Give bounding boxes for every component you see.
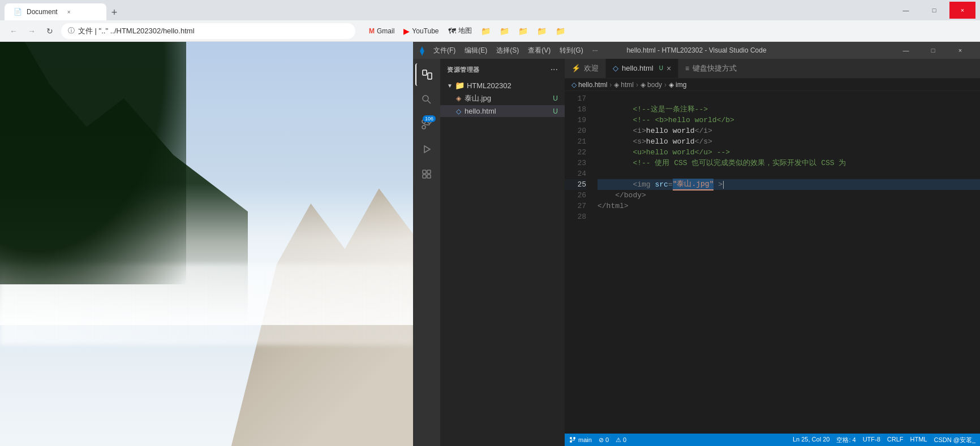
file-row-hello[interactable]: ◇ hello.html U	[440, 105, 565, 117]
bookmark-folder-3[interactable]: 📁	[516, 25, 530, 37]
file-row-taishan[interactable]: ◈ 泰山.jpg U	[440, 92, 565, 105]
vscode-container: ⧫ 文件(F) 编辑(E) 选择(S) 查看(V) 转到(G) ··· hell…	[413, 42, 980, 446]
editor-area: ⚡ 欢迎 ◇ hello.html U × ≡ 键盘快捷方式	[565, 59, 980, 446]
bookmark-gmail[interactable]: M Gmail	[367, 26, 397, 36]
svg-point-13	[570, 437, 572, 439]
file-modified-taishan: U	[553, 94, 558, 102]
html-icon: ◇	[613, 64, 618, 72]
close-button[interactable]: ×	[949, 2, 975, 19]
breadcrumb-sep-2: ›	[636, 81, 638, 89]
bookmark-maps[interactable]: 🗺 地图	[446, 25, 474, 37]
svg-marker-8	[424, 146, 430, 153]
vscode-maximize[interactable]: □	[920, 42, 946, 59]
breadcrumb-img[interactable]: ◈img	[669, 81, 686, 89]
folder-name: HTML202302	[467, 81, 512, 90]
vscode-close[interactable]: ×	[947, 42, 973, 59]
maps-icon: 🗺	[448, 27, 456, 36]
bookmark-folder-1[interactable]: 📁	[479, 25, 493, 37]
code-line-17	[598, 93, 980, 104]
activity-git[interactable]: 106	[415, 113, 438, 136]
url-box[interactable]: ⓘ 文件 | ".." ../HTML202302/hello.html	[61, 23, 355, 39]
folder-icon-1: 📁	[481, 27, 491, 36]
code-content[interactable]: <!--这是一条注释--> <!-- <b>hello world</b> <i…	[593, 91, 980, 434]
breadcrumb-body-icon: ◈	[641, 81, 646, 89]
file-name-taishan: 泰山.jpg	[465, 93, 491, 103]
code-tag-html-close: </html>	[598, 201, 629, 211]
code-line-22: <u>hello world</u> -->	[598, 147, 980, 158]
bookmark-folder-5[interactable]: 📁	[553, 25, 568, 37]
activity-explorer[interactable]	[415, 63, 438, 86]
new-tab-button[interactable]: +	[106, 5, 122, 20]
bookmark-youtube[interactable]: ▶ YouTube	[401, 25, 441, 37]
breadcrumb-file[interactable]: ◇hello.html	[571, 81, 607, 89]
breadcrumb-sep-3: ›	[664, 81, 667, 89]
activity-search[interactable]	[415, 88, 438, 111]
code-string-highlight: "泰山.jpg"	[673, 179, 714, 190]
code-line-19: <!-- <b>hello world</b>	[598, 115, 980, 125]
vscode-icon: ⧫	[420, 45, 424, 56]
tab-close-btn[interactable]: ×	[65, 7, 74, 16]
forward-button[interactable]: →	[25, 24, 38, 38]
bookmark-folder-4[interactable]: 📁	[535, 25, 549, 37]
reload-button[interactable]: ↻	[43, 24, 57, 38]
svg-rect-12	[427, 175, 431, 178]
status-language[interactable]: HTML	[910, 436, 927, 444]
folder-icon-3: 📁	[518, 27, 528, 36]
status-errors[interactable]: ⊘ 0	[599, 436, 609, 444]
git-badge: 106	[423, 115, 436, 122]
tab-hello-html[interactable]: ◇ hello.html U ×	[606, 59, 678, 78]
tab-close-html[interactable]: ×	[667, 64, 671, 73]
editor-tabs: ⚡ 欢迎 ◇ hello.html U × ≡ 键盘快捷方式	[565, 59, 980, 79]
code-line-21: <s> hello world </s>	[598, 136, 980, 147]
sidebar-title: 资源管理器	[447, 66, 480, 74]
status-encoding[interactable]: UTF-8	[863, 436, 880, 444]
status-line-ending[interactable]: CRLF	[887, 436, 904, 444]
breadcrumb-sep-1: ›	[609, 81, 612, 89]
menu-more[interactable]: ···	[588, 44, 603, 57]
svg-line-3	[428, 101, 431, 103]
maximize-button[interactable]: □	[921, 2, 947, 19]
minimize-button[interactable]: —	[893, 2, 919, 19]
menu-edit[interactable]: 编辑(E)	[460, 44, 492, 58]
code-tag-img: <img	[633, 179, 655, 190]
url-text: 文件 | ".." ../HTML202302/hello.html	[78, 26, 195, 36]
gmail-label: Gmail	[377, 27, 394, 35]
back-button[interactable]: ←	[7, 24, 20, 38]
vscode-minimize[interactable]: —	[893, 42, 919, 59]
code-line-18: <!--这是一条注释-->	[598, 104, 980, 115]
svg-rect-10	[427, 170, 431, 174]
svg-point-5	[422, 125, 425, 129]
browser-tab[interactable]: 📄 Document ×	[5, 3, 106, 20]
code-text-20: hello world	[646, 125, 695, 136]
tab-welcome[interactable]: ⚡ 欢迎	[565, 59, 606, 78]
menu-goto[interactable]: 转到(G)	[555, 44, 587, 58]
activity-extensions[interactable]	[415, 163, 438, 185]
status-warnings[interactable]: ⚠ 0	[616, 436, 626, 444]
activity-debug[interactable]	[415, 138, 438, 161]
tab-favicon: 📄	[14, 8, 22, 16]
welcome-label: 欢迎	[584, 63, 599, 73]
git-branch-icon	[569, 436, 576, 443]
folder-row-html202302[interactable]: ▼ 📁 HTML202302	[440, 79, 565, 92]
svg-rect-0	[423, 70, 427, 75]
breadcrumb-html[interactable]: ◈html	[614, 81, 634, 89]
menu-select[interactable]: 选择(S)	[492, 44, 523, 58]
status-position[interactable]: Ln 25, Col 20	[793, 436, 829, 444]
menu-file[interactable]: 文件(F)	[429, 44, 460, 58]
file-modified-hello: U	[553, 107, 558, 115]
tab-bar: 📄 Document × +	[5, 0, 891, 20]
menu-view[interactable]: 查看(V)	[523, 44, 555, 58]
status-spaces[interactable]: 空格: 4	[836, 436, 856, 444]
code-editor[interactable]: 17 18 19 20 21 22 23 24 25 26 27 28	[565, 91, 980, 434]
security-icon: ⓘ	[68, 26, 75, 36]
sidebar-more-btn[interactable]: ···	[551, 64, 558, 75]
bookmark-folder-2[interactable]: 📁	[497, 25, 512, 37]
status-branch[interactable]: main	[569, 436, 592, 443]
tab-keyboard-shortcuts[interactable]: ≡ 键盘快捷方式	[678, 59, 743, 78]
code-eq: =	[668, 179, 673, 190]
extensions-icon	[421, 168, 432, 180]
debug-icon	[421, 144, 432, 155]
keyboard-label: 键盘快捷方式	[693, 63, 737, 73]
breadcrumb-body[interactable]: ◈body	[641, 81, 662, 89]
code-comment-22: <u>hello world</u> -->	[598, 147, 730, 158]
